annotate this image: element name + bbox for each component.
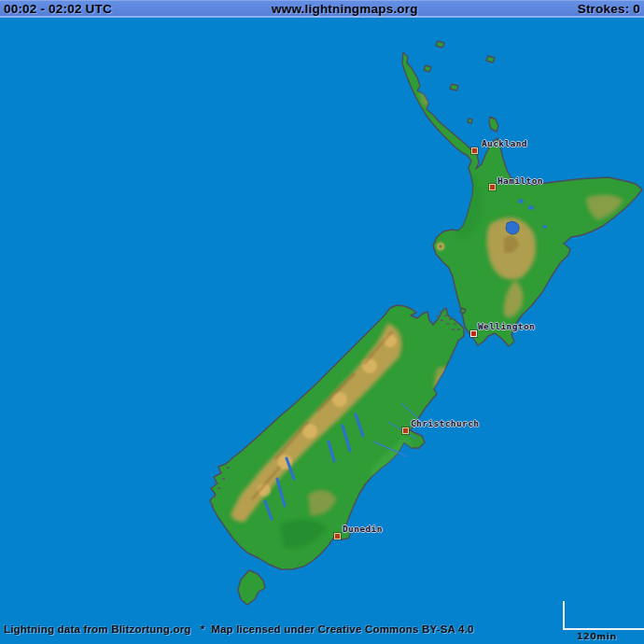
scale-span-label: 120min <box>577 631 617 641</box>
city-marker[interactable] <box>334 533 341 539</box>
city-label: Christchurch <box>411 418 479 428</box>
site-title-link[interactable]: www.lightningmaps.org <box>272 2 418 16</box>
city-label: Hamilton <box>497 175 543 186</box>
city-marker[interactable] <box>402 427 409 434</box>
scale-axis <box>563 601 644 630</box>
city-marker[interactable] <box>471 147 478 154</box>
city-label: Wellington <box>478 321 535 331</box>
attribution-text: Lightning data from Blitzortung.org * Ma… <box>4 623 474 635</box>
time-range-label: 00:02 - 02:02 UTC <box>4 2 112 16</box>
city-marker[interactable] <box>489 184 496 190</box>
city-label: Dunedin <box>343 524 383 534</box>
map-canvas[interactable] <box>0 0 644 644</box>
city-marker[interactable] <box>470 330 477 337</box>
lightning-map-app: 00:02 - 02:02 UTC www.lightningmaps.org … <box>0 0 644 644</box>
top-bar: 00:02 - 02:02 UTC www.lightningmaps.org … <box>0 0 644 18</box>
city-label: Auckland <box>482 138 527 148</box>
strokes-counter: Strokes: 0 <box>578 2 640 16</box>
